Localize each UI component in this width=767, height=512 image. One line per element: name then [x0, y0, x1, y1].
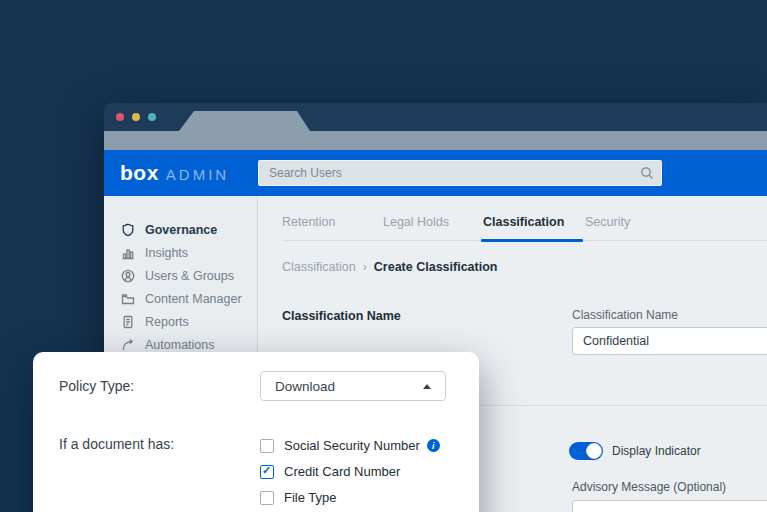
sidebar-item-label: Users & Groups — [145, 269, 234, 283]
sidebar-item-label: Content Manager — [145, 292, 242, 306]
checkbox-label: Credit Card Number — [284, 464, 400, 479]
section-title: Classification Name — [282, 309, 401, 323]
checkbox-row-credit-card[interactable]: Credit Card Number — [260, 464, 440, 479]
checkbox-label: File Type — [284, 490, 337, 505]
tab-security[interactable]: Security — [585, 215, 630, 229]
breadcrumb-parent[interactable]: Classification — [282, 260, 356, 274]
report-icon — [121, 315, 135, 329]
breadcrumb-current: Create Classification — [374, 260, 498, 274]
window-maximize-button[interactable] — [148, 113, 156, 121]
page-background: { "colors": { "brand_blue": "#0061d5", "… — [0, 0, 767, 512]
sidebar-item-reports[interactable]: Reports — [104, 310, 257, 333]
policy-card: Policy Type: Download If a document has:… — [33, 352, 479, 512]
bar-chart-icon — [121, 246, 135, 260]
window-close-button[interactable] — [116, 113, 124, 121]
sidebar-item-label: Insights — [145, 246, 188, 260]
advisory-message-input[interactable] — [572, 500, 767, 512]
sidebar-item-insights[interactable]: Insights — [104, 241, 257, 264]
checkbox-row-file-type[interactable]: File Type — [260, 490, 440, 505]
display-indicator-label: Display Indicator — [612, 444, 701, 458]
browser-titlebar — [104, 103, 767, 131]
checkbox-row-ssn[interactable]: Social Security Number — [260, 438, 440, 453]
active-tab-underline — [481, 239, 583, 242]
toggle-knob — [586, 443, 602, 459]
advisory-message-label: Advisory Message (Optional) — [572, 480, 726, 494]
automation-icon — [121, 338, 135, 352]
sidebar-item-label: Reports — [145, 315, 189, 329]
sidebar-item-users-groups[interactable]: Users & Groups — [104, 264, 257, 287]
search-input[interactable] — [258, 160, 662, 186]
search-bar — [258, 160, 662, 186]
display-indicator-toggle[interactable] — [569, 442, 603, 460]
checkbox-unchecked-icon[interactable] — [260, 491, 274, 505]
policy-type-dropdown[interactable]: Download — [260, 371, 446, 401]
user-circle-icon — [121, 269, 135, 283]
classification-name-label: Classification Name — [572, 308, 678, 322]
logo-box-text: box — [120, 161, 159, 185]
sidebar-item-content-manager[interactable]: Content Manager — [104, 287, 257, 310]
shield-icon — [121, 223, 135, 237]
sidebar-item-label: Automations — [145, 338, 214, 352]
folder-icon — [121, 292, 135, 306]
display-indicator-row: Display Indicator — [569, 442, 701, 460]
logo-admin-text: ADMIN — [166, 166, 229, 183]
tab-legal-holds[interactable]: Legal Holds — [383, 215, 449, 229]
tab-classification[interactable]: Classification — [483, 215, 564, 229]
condition-checklist: Social Security Number Credit Card Numbe… — [260, 438, 440, 512]
checkbox-unchecked-icon[interactable] — [260, 439, 274, 453]
info-icon[interactable] — [427, 439, 440, 452]
browser-tab[interactable] — [179, 111, 310, 131]
tab-retention[interactable]: Retention — [282, 215, 336, 229]
box-admin-logo: box ADMIN — [120, 161, 229, 185]
checkbox-label: Social Security Number — [284, 438, 420, 453]
policy-type-value: Download — [275, 379, 423, 394]
browser-addressbar — [104, 131, 767, 150]
classification-name-input[interactable] — [572, 327, 767, 355]
window-controls — [116, 113, 156, 121]
chevron-right-icon: › — [363, 260, 367, 274]
breadcrumb: Classification › Create Classification — [282, 260, 497, 274]
search-icon — [640, 166, 654, 180]
window-minimize-button[interactable] — [132, 113, 140, 121]
condition-label: If a document has: — [59, 436, 174, 452]
sidebar-item-label: Governance — [145, 223, 217, 237]
tab-bar: Retention Legal Holds Classification Sec… — [282, 196, 767, 241]
sidebar-item-governance[interactable]: Governance — [104, 218, 257, 241]
policy-type-label: Policy Type: — [59, 371, 134, 401]
caret-up-icon — [423, 384, 431, 389]
checkbox-checked-icon[interactable] — [260, 465, 274, 479]
app-header: box ADMIN — [104, 150, 767, 196]
